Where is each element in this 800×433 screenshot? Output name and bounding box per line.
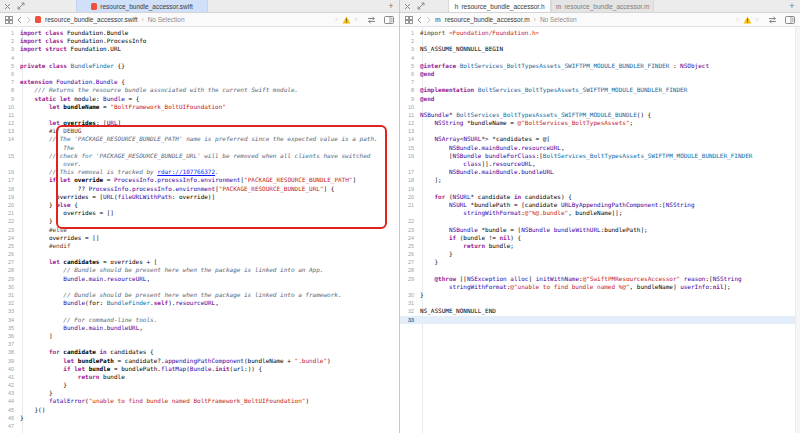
forward-chevron-icon[interactable] [426,16,431,24]
code-line[interactable]: The [0,144,399,152]
previous-issue-icon[interactable]: ‹ [335,16,337,23]
breadcrumb-selection[interactable]: No Selection [148,16,185,23]
code-line[interactable]: 1import class Foundation.Bundle [0,29,399,37]
related-items-icon[interactable] [5,16,13,24]
code-line[interactable]: 25 #endif [0,242,399,250]
code-line[interactable]: 32 Bundle(for: BundleFinder.self).resour… [0,299,399,307]
breadcrumb-file[interactable]: resource_bundle_accessor.swift [45,16,138,23]
code-line[interactable]: 24 overrides = [] [0,234,399,242]
editor-options-icon[interactable] [785,16,795,24]
back-chevron-icon[interactable] [17,16,22,24]
code-line[interactable]: 40 if let bundle = bundlePath.flatMap(Bu… [0,365,399,373]
code-line[interactable]: 19 overrides = [URL(fileURLWithPath: ove… [0,193,399,201]
forward-chevron-icon[interactable] [26,16,31,24]
code-line[interactable]: 16 [NSBundle bundleForClass:[BoltService… [400,152,800,160]
code-line[interactable]: stringWithFormat:@"%@.bundle", bundleNam… [400,209,800,217]
close-split-icon[interactable] [400,0,414,12]
code-line[interactable]: 23 NSBundle *bundle = [NSBundle bundleWi… [400,226,800,234]
code-line[interactable]: 38 for candidate in candidates { [0,348,399,356]
code-line[interactable]: 31 // Bundle should be present here when… [0,291,399,299]
code-line[interactable]: 4 [0,54,399,62]
code-line[interactable]: 25 return bundle; [400,242,800,250]
code-line[interactable]: 20 } else { [0,201,399,209]
code-line[interactable]: 17 NSBundle.mainBundle.bundleURL [400,168,800,176]
editor-options-icon[interactable] [384,16,394,24]
related-items-icon[interactable] [405,16,413,24]
previous-issue-icon[interactable]: ‹ [736,16,738,23]
next-issue-icon[interactable]: › [355,16,357,23]
code-line[interactable]: 36 ] [0,332,399,340]
breadcrumb-file[interactable]: resource_bundle_accessor.m [445,16,530,23]
code-line[interactable]: 12 let overrides: [URL] [0,119,399,127]
left-code-editor[interactable]: 1import class Foundation.Bundle2import c… [0,27,399,433]
code-line[interactable]: over. [0,160,399,168]
code-line[interactable]: 30} [400,291,800,299]
code-line[interactable]: 22 } [0,217,399,225]
code-line[interactable]: 7 [400,78,800,86]
code-line[interactable]: 6@end [400,70,800,78]
code-line[interactable]: 33 [0,307,399,315]
code-line[interactable]: 3NS_ASSUME_NONNULL_BEGIN [400,45,800,53]
code-line[interactable]: 15 // check for 'PACKAGE_RESOURCE_BUNDLE… [0,152,399,160]
code-line[interactable]: 9@end [400,95,800,103]
code-line[interactable]: 16 // This removal is tracked by rdar://… [0,168,399,176]
code-line[interactable]: 6 [0,70,399,78]
code-line[interactable]: 4 [400,54,800,62]
add-tab-icon[interactable]: + [784,0,800,12]
code-line[interactable]: 2import class Foundation.ProcessInfo [0,37,399,45]
code-line[interactable]: 30 [0,283,399,291]
code-line[interactable]: 27 } [400,258,800,266]
code-line[interactable]: 22 [400,217,800,225]
code-line[interactable]: 14 // The 'PACKAGE_RESOURCE_BUNDLE_PATH'… [0,135,399,143]
code-line[interactable]: 21 NSURL *bundlePath = [candidate URLByA… [400,201,800,209]
back-chevron-icon[interactable] [417,16,422,24]
scrollbar-track[interactable] [795,27,800,433]
code-line[interactable]: 1#import <Foundation/Foundation.h> [400,29,800,37]
code-line[interactable]: 14 NSArray<NSURL*> *candidates = @[ [400,135,800,143]
code-line[interactable]: 37 [0,340,399,348]
code-line[interactable]: 8 /// Returns the resource bundle associ… [0,86,399,94]
code-line[interactable]: 17 if let override = ProcessInfo.process… [0,176,399,184]
next-issue-icon[interactable]: › [756,16,758,23]
code-line[interactable]: 41 return bundle [0,373,399,381]
warning-triangle-icon[interactable] [342,16,351,24]
code-line[interactable]: 18 ]; [400,176,800,184]
code-line[interactable]: 24 if (bundle != nil) { [400,234,800,242]
code-line[interactable]: 28 // Bundle should be present here when… [0,266,399,274]
code-line[interactable]: 8@implementation BoltServices_BoltTypesA… [400,86,800,94]
code-line[interactable]: 29 @throw [[NSException alloc] initWithN… [400,275,800,283]
code-line[interactable]: 33 [400,316,800,324]
code-line[interactable]: 39 let bundlePath = candidate?.appending… [0,357,399,365]
right-code-editor[interactable]: 1#import <Foundation/Foundation.h>23NS_A… [400,27,800,433]
code-line[interactable]: 12 NSString *bundleName = @"BoltServices… [400,119,800,127]
code-line[interactable]: 43 } [0,389,399,397]
code-line[interactable]: 32NS_ASSUME_NONNULL_END [400,307,800,315]
code-line[interactable]: class]].resourceURL, [400,160,800,168]
code-line[interactable]: 35 Bundle.main.bundleURL, [0,324,399,332]
code-line[interactable]: 10 [400,103,800,111]
add-tab-icon[interactable]: + [383,0,399,12]
code-line[interactable]: 27 let candidates = overrides + [ [0,258,399,266]
code-line[interactable]: 20 for (NSURL* candidate in candidates) … [400,193,800,201]
code-line[interactable]: 3import struct Foundation.URL [0,45,399,53]
code-line[interactable]: 2 [400,37,800,45]
code-line[interactable]: 5@interface BoltServices_BoltTypesAssets… [400,62,800,70]
code-line[interactable]: 23 #else [0,226,399,234]
breadcrumb-selection[interactable]: No Selection [540,16,577,23]
code-line[interactable]: 45 }() [0,406,399,414]
code-line[interactable]: 15 NSBundle.mainBundle.resourceURL, [400,144,800,152]
code-line[interactable]: 28 [400,266,800,274]
code-line[interactable]: 44 fatalError("unable to find bundle nam… [0,397,399,405]
tab-resource-bundle-accessor-swift[interactable]: resource_bundle_accessor.swift [76,0,208,12]
code-line[interactable]: 5private class BundleFinder {} [0,62,399,70]
code-line[interactable]: 47 [0,422,399,430]
code-line[interactable]: 18 ?? ProcessInfo.processInfo.environmen… [0,185,399,193]
code-line[interactable]: 26 [0,250,399,258]
maximize-editor-icon[interactable] [14,0,28,12]
code-line[interactable]: 7extension Foundation.Bundle { [0,78,399,86]
code-line[interactable]: 21 overrides = [] [0,209,399,217]
tab-resource-bundle-accessor-h[interactable]: h resource_bundle_accessor.h [448,0,551,12]
code-review-arrows-icon[interactable] [768,16,777,24]
maximize-editor-icon[interactable] [414,0,428,12]
code-line[interactable]: 11 [0,111,399,119]
